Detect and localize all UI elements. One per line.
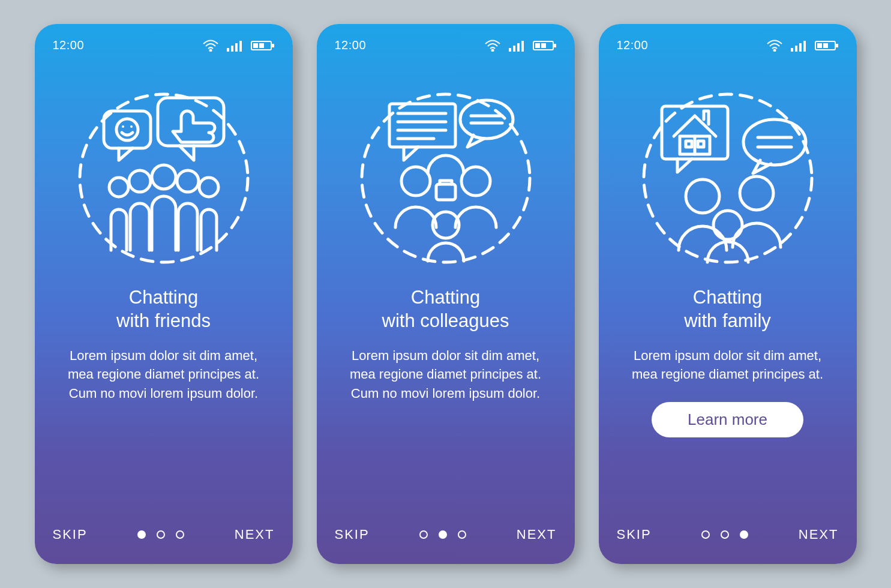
svg-point-60 [686,179,719,213]
svg-rect-44 [795,46,797,52]
svg-rect-4 [239,41,242,52]
svg-point-42 [773,49,775,51]
svg-point-57 [743,119,806,165]
svg-point-38 [401,167,430,196]
battery-icon [251,40,275,52]
skip-button[interactable]: SKIP [53,527,88,542]
family-home-icon [617,76,839,268]
svg-rect-30 [389,104,455,147]
svg-rect-8 [259,43,264,48]
svg-rect-46 [803,41,806,52]
svg-rect-7 [253,43,258,48]
svg-rect-3 [235,43,238,52]
onboarding-title: Chatting with friends [53,286,275,333]
svg-rect-24 [521,41,524,52]
status-bar: 12:00 [617,38,839,52]
svg-rect-23 [517,43,520,52]
status-icons [485,40,557,52]
page-indicator [419,530,466,539]
page-dot-3[interactable] [176,530,184,539]
next-button[interactable]: NEXT [799,527,839,542]
page-dot-3[interactable] [740,530,748,539]
svg-point-17 [177,170,199,192]
signal-icon [227,40,242,52]
page-dot-2[interactable] [439,530,447,539]
skip-button[interactable]: SKIP [335,527,370,542]
svg-rect-26 [554,44,556,47]
onboarding-screen-1: 12:00 [35,24,293,564]
status-bar: 12:00 [53,38,275,52]
page-indicator [137,530,184,539]
page-indicator [701,530,748,539]
status-time: 12:00 [335,38,367,52]
svg-rect-10 [104,111,151,148]
wifi-icon [767,40,782,52]
svg-point-16 [129,170,151,192]
svg-rect-45 [799,43,802,52]
svg-point-11 [116,119,138,140]
svg-rect-28 [541,43,546,48]
page-dot-2[interactable] [721,530,729,539]
svg-point-15 [152,165,176,189]
svg-rect-43 [791,48,793,52]
onboarding-body: Lorem ipsum dolor sit dim amet, mea regi… [53,346,275,404]
onboarding-body: Lorem ipsum dolor sit dim amet, mea regi… [335,346,557,404]
svg-point-12 [122,125,124,128]
onboarding-title: Chatting with colleagues [335,286,557,333]
learn-more-button[interactable]: Learn more [652,402,803,437]
status-time: 12:00 [617,38,649,52]
onboarding-body: Lorem ipsum dolor sit dim amet, mea regi… [617,346,839,385]
svg-rect-2 [231,46,233,52]
svg-rect-22 [513,46,515,52]
svg-point-18 [109,178,128,197]
battery-icon [533,40,557,52]
wifi-icon [203,40,218,52]
signal-icon [509,40,524,52]
svg-rect-48 [836,44,838,47]
svg-rect-27 [535,43,540,48]
svg-rect-6 [272,44,274,47]
page-dot-2[interactable] [157,530,165,539]
svg-point-0 [209,49,211,51]
svg-rect-56 [698,141,704,147]
battery-icon [815,40,839,52]
status-time: 12:00 [53,38,85,52]
skip-button[interactable]: SKIP [617,527,652,542]
svg-point-13 [130,125,133,128]
onboarding-title: Chatting with family [617,286,839,333]
status-bar: 12:00 [335,38,557,52]
onboarding-footer: SKIP NEXT [335,527,557,542]
svg-rect-55 [686,141,692,147]
page-dot-1[interactable] [137,530,146,539]
colleagues-icon [335,76,557,268]
status-icons [767,40,839,52]
svg-rect-49 [817,43,822,48]
onboarding-screen-3: 12:00 [599,24,857,564]
svg-point-20 [491,49,493,51]
svg-point-19 [199,178,218,197]
page-dot-1[interactable] [419,530,428,539]
svg-rect-41 [436,184,455,200]
friends-group-icon [53,76,275,268]
page-dot-3[interactable] [458,530,466,539]
svg-point-61 [740,176,773,210]
svg-point-62 [713,211,742,239]
onboarding-footer: SKIP NEXT [617,527,839,542]
next-button[interactable]: NEXT [235,527,275,542]
onboarding-footer: SKIP NEXT [53,527,275,542]
svg-rect-21 [509,48,511,52]
svg-rect-1 [227,48,229,52]
svg-rect-50 [823,43,828,48]
wifi-icon [485,40,500,52]
signal-icon [791,40,806,52]
onboarding-screen-2: 12:00 [317,24,575,564]
status-icons [203,40,275,52]
next-button[interactable]: NEXT [517,527,557,542]
page-dot-1[interactable] [701,530,710,539]
svg-point-39 [461,167,490,196]
